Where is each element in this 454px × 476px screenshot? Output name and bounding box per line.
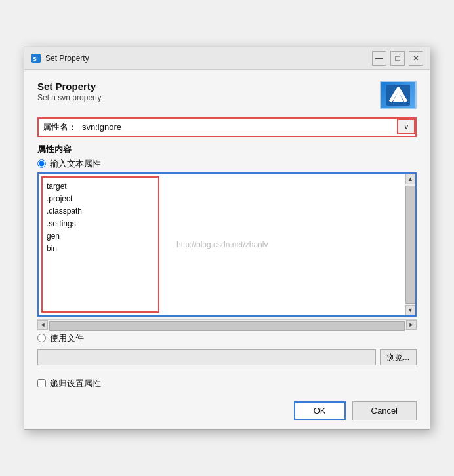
file-path-input[interactable]	[37, 349, 376, 365]
minimize-button[interactable]: —	[372, 51, 386, 66]
scroll-thumb-vertical[interactable]	[405, 186, 415, 304]
title-bar-controls: — □ ✕	[372, 51, 423, 66]
scroll-right-arrow[interactable]: ►	[406, 320, 417, 330]
dialog-body: Set Property Set a svn property. 属性名： ∨ …	[24, 70, 430, 429]
prop-name-label: 属性名：	[43, 121, 77, 133]
scroll-left-arrow[interactable]: ◄	[37, 320, 48, 330]
dialog-footer: OK Cancel	[37, 399, 417, 420]
radio-text-input[interactable]	[37, 159, 46, 168]
dialog-title: Set Property	[37, 81, 103, 92]
prop-name-input[interactable]	[82, 122, 392, 132]
title-bar: S Set Property — □ ✕	[24, 47, 430, 70]
dialog: S Set Property — □ ✕ Set Property Set a …	[24, 47, 430, 430]
text-box-left[interactable]: target .project .classpath .settings gen…	[41, 176, 159, 313]
text-area-container: target .project .classpath .settings gen…	[37, 172, 417, 317]
browse-button[interactable]: 浏览...	[380, 349, 417, 365]
text-content-box: target .project .classpath .settings gen…	[39, 174, 405, 315]
use-file-row: 使用文件	[37, 332, 417, 344]
vertical-scrollbar[interactable]: ▲ ▼	[405, 174, 415, 315]
svn-logo	[380, 81, 417, 109]
scroll-thumb-horizontal[interactable]	[49, 321, 405, 331]
radio-file-label[interactable]: 使用文件	[50, 332, 84, 344]
svg-text:S: S	[33, 56, 37, 62]
horizontal-scrollbar[interactable]: ◄ ►	[37, 319, 417, 330]
watermark-text: http://blog.csdn.net/zhanlv	[176, 240, 268, 249]
prop-content-label: 属性内容	[37, 144, 417, 155]
dialog-header: Set Property Set a svn property.	[37, 81, 417, 109]
ok-button[interactable]: OK	[294, 401, 346, 420]
scroll-up-arrow[interactable]: ▲	[405, 174, 415, 184]
text-area-main: target .project .classpath .settings gen…	[39, 174, 405, 315]
dialog-subtitle: Set a svn property.	[37, 93, 103, 102]
prop-name-row: 属性名： ∨	[37, 117, 417, 137]
header-text: Set Property Set a svn property.	[37, 81, 103, 102]
maximize-button[interactable]: □	[390, 51, 405, 66]
close-button[interactable]: ✕	[409, 51, 423, 66]
recursive-label[interactable]: 递归设置属性	[50, 378, 101, 389]
radio-text-label[interactable]: 输入文本属性	[50, 158, 101, 170]
prop-name-dropdown-button[interactable]: ∨	[397, 119, 415, 134]
file-input-row: 浏览...	[37, 349, 417, 365]
scroll-down-arrow[interactable]: ▼	[405, 305, 415, 315]
radio-file-input[interactable]	[37, 334, 46, 342]
recursive-row: 递归设置属性	[37, 378, 417, 389]
recursive-checkbox[interactable]	[37, 379, 46, 387]
dialog-icon: S	[31, 53, 41, 64]
radio-text-row: 输入文本属性	[37, 158, 417, 170]
title-bar-title: Set Property	[45, 54, 89, 63]
cancel-button[interactable]: Cancel	[352, 401, 417, 420]
title-bar-left: S Set Property	[31, 53, 89, 64]
divider	[37, 372, 417, 372]
